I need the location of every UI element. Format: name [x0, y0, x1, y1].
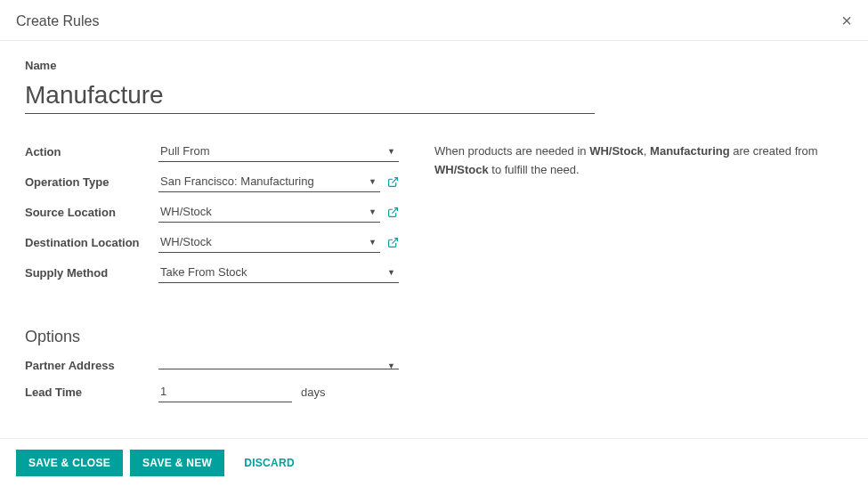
source-location-select[interactable]: WH/Stock ▼	[158, 201, 380, 223]
operation-type-value: San Francisco: Manufacturing	[158, 171, 380, 192]
action-label: Action	[25, 145, 158, 158]
name-input[interactable]	[25, 77, 595, 114]
external-link-icon[interactable]	[387, 237, 399, 248]
destination-location-row: Destination Location WH/Stock ▼	[25, 231, 399, 253]
save-new-button[interactable]: SAVE & NEW	[130, 450, 224, 476]
form-left-column: Action Pull From ▼ Operation Type San Fr…	[25, 141, 399, 292]
dialog-title: Create Rules	[16, 13, 99, 29]
svg-line-2	[392, 238, 397, 243]
lead-time-input[interactable]	[158, 381, 292, 402]
partner-address-select[interactable]: ▼	[158, 361, 399, 369]
dialog-body: Name Action Pull From ▼ Operation Type S…	[0, 41, 868, 429]
partner-address-row: Partner Address ▼	[25, 359, 399, 372]
operation-type-row: Operation Type San Francisco: Manufactur…	[25, 171, 399, 192]
destination-location-label: Destination Location	[25, 236, 158, 249]
discard-button[interactable]: DISCARD	[231, 450, 307, 476]
lead-time-label: Lead Time	[25, 386, 158, 399]
dialog-footer: SAVE & CLOSE SAVE & NEW DISCARD	[0, 438, 868, 487]
source-location-row: Source Location WH/Stock ▼	[25, 201, 399, 223]
supply-method-label: Supply Method	[25, 266, 158, 280]
partner-address-value	[158, 361, 399, 369]
partner-address-label: Partner Address	[25, 359, 158, 372]
operation-type-select[interactable]: San Francisco: Manufacturing ▼	[158, 171, 380, 192]
supply-method-row: Supply Method Take From Stock ▼	[25, 262, 399, 283]
destination-location-select[interactable]: WH/Stock ▼	[158, 231, 380, 253]
rule-description: When products are needed in WH/Stock, Ma…	[434, 142, 843, 180]
source-location-value: WH/Stock	[158, 201, 380, 223]
action-select[interactable]: Pull From ▼	[158, 141, 399, 162]
svg-line-0	[392, 177, 397, 183]
external-link-icon[interactable]	[387, 176, 399, 188]
destination-location-value: WH/Stock	[158, 231, 380, 253]
save-close-button[interactable]: SAVE & CLOSE	[16, 450, 123, 476]
supply-method-select[interactable]: Take From Stock ▼	[158, 262, 399, 283]
form-right-column: When products are needed in WH/Stock, Ma…	[434, 141, 843, 292]
action-row: Action Pull From ▼	[25, 141, 399, 162]
supply-method-value: Take From Stock	[158, 262, 399, 283]
source-location-label: Source Location	[25, 206, 158, 219]
lead-time-suffix: days	[301, 386, 325, 399]
name-section: Name	[25, 59, 843, 114]
operation-type-label: Operation Type	[25, 175, 158, 189]
svg-line-1	[392, 207, 397, 213]
options-heading: Options	[25, 328, 843, 346]
external-link-icon[interactable]	[387, 207, 399, 218]
options-column: Partner Address ▼ Lead Time days	[25, 359, 399, 402]
action-value: Pull From	[158, 141, 399, 162]
form-columns: Action Pull From ▼ Operation Type San Fr…	[25, 141, 843, 292]
dialog-header: Create Rules ×	[0, 0, 868, 41]
close-icon[interactable]: ×	[841, 11, 852, 31]
lead-time-row: Lead Time days	[25, 381, 399, 402]
name-label: Name	[25, 59, 843, 72]
